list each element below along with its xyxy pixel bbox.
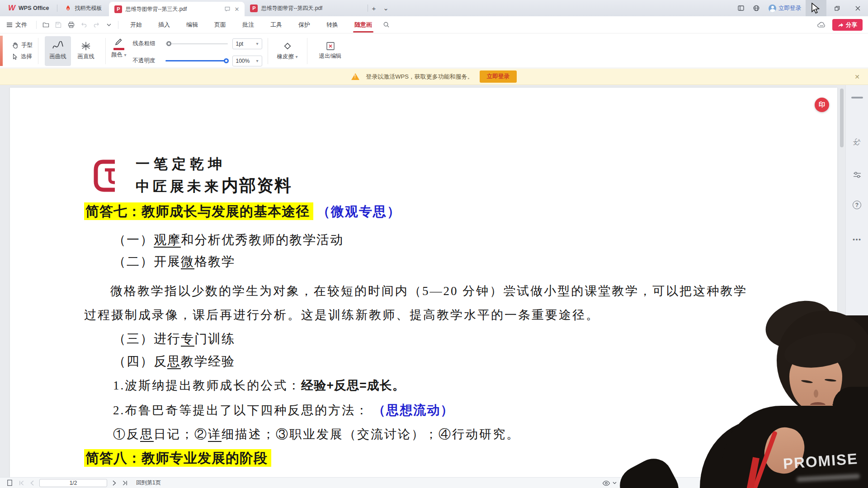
menu-protect[interactable]: 保护 — [294, 16, 314, 33]
redo-icon[interactable] — [91, 19, 102, 30]
panel-drag-handle[interactable] — [851, 97, 863, 99]
comment-bubble-icon[interactable] — [224, 6, 231, 12]
color-label: 颜色 ▾ — [111, 51, 127, 59]
menu-insert[interactable]: 插入 — [154, 16, 174, 33]
slider-track — [165, 43, 228, 44]
undo-icon[interactable] — [78, 19, 89, 30]
chevron-down-icon[interactable] — [613, 482, 617, 484]
opacity-select[interactable]: 100% ▾ — [232, 56, 262, 66]
translate-icon[interactable]: 文A — [852, 137, 862, 147]
draw-line-button[interactable]: 画直线 — [73, 36, 99, 66]
select-arrow-icon — [12, 53, 18, 60]
tab-list-chevron[interactable]: ⌄ — [379, 4, 392, 12]
close-button[interactable] — [847, 0, 868, 16]
first-page-icon[interactable] — [19, 480, 24, 486]
menu-tools[interactable]: 工具 — [266, 16, 286, 33]
paint-settings-group: 颜色 ▾ 线条粗细 1pt ▾ 不透明度 — [111, 36, 262, 66]
eraser-button[interactable]: 橡皮擦 ▾ — [274, 36, 301, 66]
notification-close-icon[interactable]: ✕ — [854, 73, 860, 80]
last-page-icon[interactable] — [122, 480, 128, 486]
save-icon[interactable] — [53, 19, 64, 30]
eye-view-icon[interactable] — [602, 480, 610, 486]
exit-edit-button[interactable]: 退出编辑 — [314, 36, 347, 66]
scrollbar-thumb[interactable] — [840, 89, 844, 147]
draw-line-label: 画直线 — [77, 53, 94, 61]
share-button[interactable]: 分享 — [832, 19, 863, 31]
menu-page[interactable]: 页面 — [210, 16, 230, 33]
color-picker-button[interactable]: 颜色 ▾ — [111, 36, 127, 59]
globe-service-icon[interactable] — [749, 0, 764, 16]
line-weight-value: 1pt — [236, 41, 244, 47]
open-folder-icon[interactable] — [40, 19, 51, 30]
file-menu-button[interactable]: 文件 — [0, 21, 33, 29]
search-icon[interactable] — [383, 21, 390, 28]
current-color-bar — [113, 48, 124, 50]
opacity-row: 不透明度 100% ▾ — [133, 56, 262, 66]
opacity-label: 不透明度 — [133, 57, 161, 65]
chevron-down-icon: ▾ — [256, 41, 258, 46]
draw-curve-button[interactable]: 画曲线 — [45, 36, 71, 66]
menubar-divider — [36, 21, 37, 29]
tab-label: 思维导图带背--第三天.pdf — [125, 5, 221, 13]
brand-logo-icon — [92, 156, 118, 195]
titlebar-right-controls: 立即登录 — [733, 0, 868, 16]
exit-edit-label: 退出编辑 — [319, 52, 342, 60]
document-scrollbar[interactable] — [840, 89, 844, 474]
menu-annotate[interactable]: 批注 — [238, 16, 258, 33]
next-page-icon[interactable] — [113, 480, 117, 486]
line-weight-slider[interactable] — [165, 41, 228, 47]
toolbar-dropdown-chevron[interactable] — [104, 19, 114, 30]
help-icon[interactable]: ? — [853, 201, 861, 209]
back-to-first-page-button[interactable]: 回到第1页 — [136, 479, 161, 487]
play-icon — [713, 481, 717, 485]
menubar-right: 分享 — [817, 16, 863, 33]
right-sidebar: 文A ? ••• — [845, 85, 868, 477]
line-star-icon — [80, 41, 91, 51]
slider-rows: 线条粗细 1pt ▾ 不透明度 — [133, 36, 262, 66]
menu-convert[interactable]: 转换 — [322, 16, 342, 33]
login-entry[interactable]: 立即登录 — [764, 0, 806, 16]
single-page-view-icon[interactable] — [6, 479, 13, 486]
stamp-badge[interactable]: 印 — [815, 98, 829, 112]
docer-flame-icon — [65, 5, 71, 12]
slider-knob[interactable] — [166, 41, 171, 46]
page-indicator-input[interactable]: 1/2 — [39, 479, 107, 487]
adjust-settings-icon[interactable] — [852, 170, 862, 180]
close-tab-icon[interactable]: ✕ — [235, 6, 240, 13]
view-mode-controls — [602, 478, 617, 488]
select-tool-label: 选择 — [21, 53, 32, 61]
restore-button[interactable] — [826, 0, 847, 16]
menu-edit[interactable]: 编辑 — [182, 16, 202, 33]
toolbar-divider — [268, 38, 268, 64]
slider-track — [165, 60, 228, 61]
mouse-cursor — [811, 3, 821, 14]
doc-paragraph-line2: 过程摄制成录像，课后再进行分析。这是训练新教师、提高教学水平的一条重要途径。 — [84, 307, 599, 323]
play-button[interactable] — [708, 478, 722, 488]
print-icon[interactable] — [66, 19, 76, 30]
eraser-icon — [283, 41, 292, 51]
new-tab-button[interactable]: + — [368, 5, 379, 12]
heading-qa7: 简答七：教师成长与发展的基本途径（微观专思） — [84, 202, 401, 221]
doc-point-2: 2.布鲁巴奇等提出了以下四种反思的方法：（思想流动） — [113, 402, 454, 419]
opacity-slider[interactable] — [165, 58, 228, 64]
hand-tool-button[interactable]: 手型 — [12, 42, 33, 49]
previous-page-icon[interactable] — [30, 480, 34, 486]
menu-freedraw[interactable]: 随意画 — [350, 16, 376, 33]
cloud-feedback-icon[interactable] — [817, 21, 827, 28]
slider-knob[interactable] — [224, 58, 229, 63]
notification-login-button[interactable]: 立即登录 — [480, 70, 517, 83]
line-weight-select[interactable]: 1pt ▾ — [232, 38, 262, 49]
tab-docer-templates[interactable]: 找稻壳模板 — [57, 0, 109, 16]
tab-document-day3[interactable]: P 思维导图带背--第三天.pdf ✕ — [109, 2, 245, 16]
more-options-icon[interactable]: ••• — [852, 234, 862, 244]
menu-start[interactable]: 开始 — [126, 16, 146, 33]
tab-document-day4[interactable]: P 思维导图带背--第四天.pdf — [245, 0, 368, 16]
doc-point-3: ①反思日记；②详细描述；③职业发展（交流讨论）；④行动研究。 — [113, 426, 520, 442]
docer-tab-label: 找稻壳模板 — [75, 5, 102, 12]
wps-home-button[interactable]: W WPS Office — [0, 0, 57, 16]
page-navigation: 1/2 回到第1页 — [0, 478, 868, 488]
sidebar-layout-icon[interactable] — [733, 0, 749, 16]
menu-items: 开始 插入 编辑 页面 批注 工具 保护 转换 随意画 — [122, 16, 380, 33]
login-link[interactable]: 立即登录 — [778, 5, 801, 12]
select-tool-button[interactable]: 选择 — [12, 53, 33, 61]
